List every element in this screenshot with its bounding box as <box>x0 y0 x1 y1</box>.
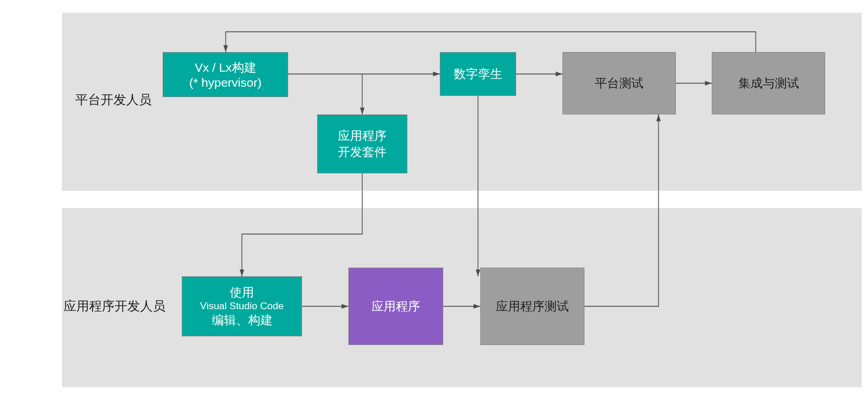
box-digital-twin: 数字孪生 <box>440 52 516 96</box>
box-adk-line2: 开发套件 <box>338 144 387 160</box>
box-vscode-line2: Visual Studio Code <box>200 301 284 312</box>
box-adk-line1: 应用程序 <box>338 128 387 144</box>
box-platform-test-label: 平台测试 <box>595 75 643 91</box>
box-vx-lx-build: Vx / Lx构建 (* hypervisor) <box>163 52 288 97</box>
row-label-app: 应用程序开发人员 <box>64 298 165 315</box>
diagram-canvas: 平台开发人员 应用程序开发人员 <box>0 0 868 404</box>
box-application-label: 应用程序 <box>372 298 420 314</box>
box-platform-test: 平台测试 <box>562 52 676 114</box>
box-application: 应用程序 <box>348 268 443 345</box>
box-app-test-label: 应用程序测试 <box>496 298 569 314</box>
row-label-platform: 平台开发人员 <box>75 91 152 109</box>
box-app-test: 应用程序测试 <box>480 268 584 345</box>
box-integration-test: 集成与测试 <box>712 52 825 114</box>
box-digital-twin-label: 数字孪生 <box>454 66 502 82</box>
box-vscode-line3: 编辑、构建 <box>212 312 273 328</box>
box-integration-test-label: 集成与测试 <box>738 75 799 91</box>
box-vx-line1: Vx / Lx构建 <box>194 60 256 76</box>
box-vscode: 使用 Visual Studio Code 编辑、构建 <box>182 276 302 336</box>
box-vscode-line1: 使用 <box>230 284 254 301</box>
box-vx-line2: (* hypervisor) <box>189 76 262 90</box>
box-adk: 应用程序 开发套件 <box>317 114 407 173</box>
